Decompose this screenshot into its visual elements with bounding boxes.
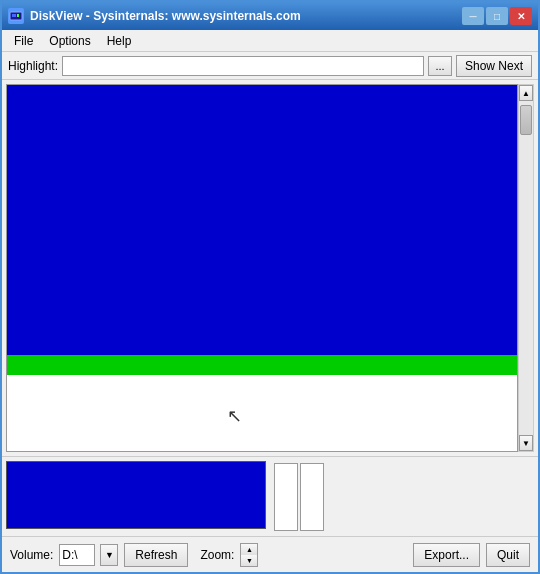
highlight-input[interactable] (62, 56, 424, 76)
minimize-button[interactable]: ─ (462, 7, 484, 25)
menu-file[interactable]: File (6, 32, 41, 50)
close-button[interactable]: ✕ (510, 7, 532, 25)
maximize-button[interactable]: □ (486, 7, 508, 25)
status-bar: Volume: ▼ Refresh Zoom: ▲ ▼ Export... Qu… (2, 536, 538, 572)
preview-small-block-1 (274, 463, 298, 531)
scrollbar: ▲ ▼ (518, 84, 534, 452)
window-title: DiskView - Sysinternals: www.sysinternal… (30, 9, 456, 23)
zoom-up-button[interactable]: ▲ (241, 544, 257, 555)
svg-rect-1 (12, 14, 16, 17)
menu-bar: File Options Help (2, 30, 538, 52)
quit-button[interactable]: Quit (486, 543, 530, 567)
show-next-button[interactable]: Show Next (456, 55, 532, 77)
disk-view: ↖ (6, 84, 518, 452)
scroll-track[interactable] (519, 101, 533, 435)
window-controls: ─ □ ✕ (462, 7, 532, 25)
zoom-label: Zoom: (200, 548, 234, 562)
browse-button[interactable]: ... (428, 56, 452, 76)
scroll-down-button[interactable]: ▼ (519, 435, 533, 451)
volume-label: Volume: (10, 548, 53, 562)
disk-used-section (7, 85, 517, 355)
refresh-button[interactable]: Refresh (124, 543, 188, 567)
menu-options[interactable]: Options (41, 32, 98, 50)
export-button[interactable]: Export... (413, 543, 480, 567)
highlight-label: Highlight: (8, 59, 58, 73)
preview-small-block-2 (300, 463, 324, 531)
menu-help[interactable]: Help (99, 32, 140, 50)
title-bar: DiskView - Sysinternals: www.sysinternal… (2, 2, 538, 30)
main-area: ↖ ▲ ▼ (2, 80, 538, 456)
disk-free-section (7, 355, 517, 375)
preview-main-block (6, 461, 266, 529)
scroll-up-button[interactable]: ▲ (519, 85, 533, 101)
svg-rect-2 (17, 14, 19, 17)
zoom-spinner: ▲ ▼ (240, 543, 258, 567)
main-window: DiskView - Sysinternals: www.sysinternal… (0, 0, 540, 574)
disk-empty-section: ↖ (7, 375, 517, 451)
app-icon (8, 8, 24, 24)
highlight-bar: Highlight: ... Show Next (2, 52, 538, 80)
scroll-thumb[interactable] (520, 105, 532, 135)
volume-dropdown-button[interactable]: ▼ (100, 544, 118, 566)
zoom-down-button[interactable]: ▼ (241, 555, 257, 566)
volume-input[interactable] (59, 544, 95, 566)
preview-small-blocks (270, 461, 328, 532)
cursor-arrow: ↖ (227, 405, 242, 427)
preview-area (2, 456, 538, 536)
